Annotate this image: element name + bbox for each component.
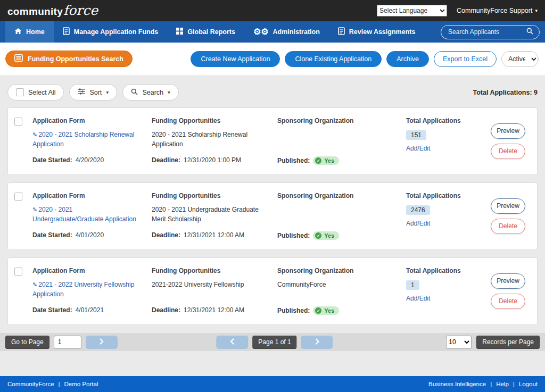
date-started-value: 4/20/2020 <box>76 156 104 164</box>
date-started-label: Date Started: <box>32 306 72 314</box>
card-actions: Preview Delete <box>487 192 529 240</box>
row-checkbox[interactable] <box>14 268 22 276</box>
application-title-link[interactable]: ✎2021 - 2022 University Fellowship Appli… <box>32 280 142 299</box>
application-card: Application Form ✎2021 - 2022 University… <box>7 257 538 325</box>
gears-icon: ⚙⚙ <box>253 28 269 36</box>
published-label: Published: <box>277 157 310 164</box>
total-applications-badge: 151 <box>406 130 426 140</box>
preview-button[interactable]: Preview <box>491 123 525 139</box>
tab-home[interactable]: Home <box>5 21 54 43</box>
row-checkbox[interactable] <box>14 118 22 126</box>
go-to-page-button[interactable]: Go to Page <box>5 336 49 349</box>
total-applications-column: Total Applications 2476 Add/Edit <box>406 192 487 240</box>
chevron-right-icon <box>315 338 319 346</box>
next-page-button[interactable] <box>301 336 333 349</box>
edit-icon: ✎ <box>32 281 37 288</box>
footer-separator: | <box>59 381 60 387</box>
delete-button[interactable]: Delete <box>491 144 525 159</box>
add-edit-link[interactable]: Add/Edit <box>406 295 481 302</box>
add-edit-link[interactable]: Add/Edit <box>406 220 481 227</box>
footer-separator: | <box>490 381 492 387</box>
footer-logout-link[interactable]: Logout <box>519 381 538 387</box>
select-all-checkbox[interactable] <box>16 88 24 96</box>
go-button[interactable] <box>86 336 118 349</box>
application-card: Application Form ✎2020 - 2021 Undergradu… <box>7 182 538 250</box>
chevron-down-icon: ▾ <box>535 8 538 13</box>
check-icon: ✓ <box>315 307 321 314</box>
applicant-search-box[interactable] <box>441 25 540 39</box>
tab-home-label: Home <box>26 28 45 36</box>
search-icon[interactable] <box>526 27 533 37</box>
application-form-column: Application Form ✎2021 - 2022 University… <box>32 267 152 315</box>
preview-button[interactable]: Preview <box>491 198 525 214</box>
page-number-input[interactable] <box>54 336 81 349</box>
chevron-down-icon: ▾ <box>168 89 170 95</box>
total-applications-header: Total Applications <box>406 117 481 124</box>
delete-button[interactable]: Delete <box>491 219 525 234</box>
support-menu[interactable]: CommunityForce Support ▾ <box>457 7 538 14</box>
total-applications-column: Total Applications 1 Add/Edit <box>406 267 487 315</box>
sponsoring-organization-header: Sponsoring Organization <box>277 192 400 199</box>
records-per-page-select[interactable]: 10 <box>446 336 472 349</box>
edit-icon: ✎ <box>32 206 37 213</box>
create-new-application-button[interactable]: Create New Application <box>191 51 280 67</box>
delete-button[interactable]: Delete <box>491 294 525 309</box>
search-dropdown[interactable]: Search ▾ <box>122 84 179 101</box>
deadline-label: Deadline: <box>152 306 180 314</box>
application-form-column: Application Form ✎2020 - 2021 Scholarshi… <box>32 117 152 165</box>
document-icon <box>63 27 70 37</box>
deadline-value: 12/31/2021 12:00 AM <box>184 231 244 239</box>
search-label: Search <box>142 89 163 96</box>
sort-dropdown[interactable]: Sort ▾ <box>69 84 117 101</box>
footer-demo-portal-link[interactable]: Demo Portal <box>64 381 98 387</box>
action-toolbar: Funding Opportunities Search Create New … <box>0 43 545 76</box>
list-icon <box>14 54 23 63</box>
row-checkbox[interactable] <box>14 193 22 201</box>
tab-global-reports-label: Global Reports <box>187 28 235 36</box>
published-label: Published: <box>277 307 310 314</box>
deadline-value: 12/31/2021 12:00 AM <box>184 306 244 314</box>
funding-opportunities-search-button[interactable]: Funding Opportunities Search <box>5 51 133 67</box>
application-card: Application Form ✎2020 - 2021 Scholarshi… <box>7 107 538 175</box>
date-started-label: Date Started: <box>32 156 72 164</box>
clone-existing-application-button[interactable]: Clone Existing Application <box>285 51 382 67</box>
footer-help-link[interactable]: Help <box>496 381 509 387</box>
select-all-control[interactable]: Select All <box>7 84 64 101</box>
tab-administration[interactable]: ⚙⚙ Administration <box>244 21 329 43</box>
previous-page-button[interactable] <box>216 336 248 349</box>
funding-opportunities-header: Funding Opportunities <box>152 117 271 124</box>
select-all-label: Select All <box>28 89 55 96</box>
card-actions: Preview Delete <box>487 117 529 165</box>
sponsoring-organization-header: Sponsoring Organization <box>277 267 400 274</box>
tab-review-assignments-label: Review Assignments <box>349 28 416 36</box>
date-started-value: 4/01/2020 <box>76 231 104 239</box>
check-icon: ✓ <box>315 157 321 164</box>
tab-global-reports[interactable]: Global Reports <box>167 21 244 43</box>
application-title-link[interactable]: ✎2020 - 2021 Undergraduate/Graduate Appl… <box>32 205 142 224</box>
add-edit-link[interactable]: Add/Edit <box>406 145 481 152</box>
footer-communityforce-link[interactable]: CommunityForce <box>7 381 54 387</box>
sort-icon <box>78 88 85 96</box>
preview-button[interactable]: Preview <box>491 273 525 289</box>
archive-button[interactable]: Archive <box>386 51 429 67</box>
tab-manage-application-funds[interactable]: Manage Application Funds <box>54 21 168 43</box>
deadline-label: Deadline: <box>152 156 180 164</box>
chevron-left-icon <box>230 338 235 346</box>
export-to-excel-button[interactable]: Export to Excel <box>434 51 497 67</box>
language-select[interactable]: Select Language <box>377 5 447 16</box>
date-started-value: 4/01/2021 <box>76 306 104 314</box>
footer-business-intelligence-link[interactable]: Business Intelligence <box>428 381 486 387</box>
search-applicants-input[interactable] <box>447 28 526 36</box>
application-title-link[interactable]: ✎2020 - 2021 Scholarship Renewal Applica… <box>32 130 142 149</box>
funding-name: 2021-2022 University Fellowship <box>152 281 244 288</box>
status-filter-select[interactable]: Active <box>501 51 539 67</box>
application-form-column: Application Form ✎2020 - 2021 Undergradu… <box>32 192 152 240</box>
top-header: communityforce Select Language Community… <box>0 0 545 21</box>
sponsoring-organization-column: Sponsoring Organization Published: ✓Yes <box>277 192 406 240</box>
communityforce-logo[interactable]: communityforce <box>7 4 98 18</box>
tab-review-assignments[interactable]: Review Assignments <box>329 21 425 43</box>
sponsoring-organization-header: Sponsoring Organization <box>277 117 400 124</box>
total-applications-header: Total Applications <box>406 267 481 274</box>
support-label: CommunityForce Support <box>457 7 532 14</box>
published-badge: ✓Yes <box>313 156 339 165</box>
